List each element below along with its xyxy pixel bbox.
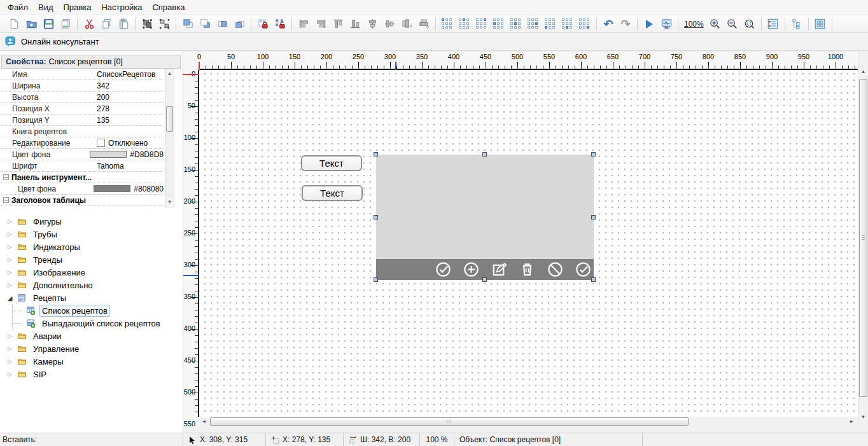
property-row[interactable]: ШрифтTahoma <box>1 160 164 172</box>
scroll-up-icon[interactable]: ▲ <box>858 67 868 76</box>
ungroup-button[interactable] <box>157 17 172 32</box>
property-value[interactable]: СписокРецептов <box>97 70 164 79</box>
property-row[interactable]: Высота200 <box>1 92 164 103</box>
redo-button[interactable]: ↷ <box>618 17 633 32</box>
color-swatch[interactable] <box>94 185 130 192</box>
send-to-back-button[interactable] <box>197 17 213 32</box>
expand-arrow-icon[interactable]: ▷ <box>6 371 13 377</box>
align-bottom-icon[interactable] <box>347 17 363 32</box>
menu-file[interactable]: Файл <box>3 1 33 14</box>
menu-help[interactable]: Справка <box>147 1 190 14</box>
property-value[interactable]: #808080 <box>94 185 164 193</box>
selection-handle-bottom-center[interactable] <box>482 277 487 282</box>
horizontal-scrollbar-thumb[interactable] <box>210 417 689 426</box>
property-row[interactable]: Ширина342 <box>1 80 164 92</box>
collapse-minus-icon[interactable] <box>3 197 9 203</box>
property-value[interactable]: 135 <box>97 116 164 125</box>
property-row[interactable]: РедактированиеОтключено <box>1 137 164 149</box>
property-value[interactable]: 342 <box>97 81 164 90</box>
tree-item-рецепты[interactable]: ◢Рецепты <box>1 291 181 304</box>
align-same-width-icon[interactable] <box>399 17 414 32</box>
tree-item-список-рецептов[interactable]: Список рецептов <box>1 304 181 317</box>
tree-item-дополнительно[interactable]: ▷Дополнительно <box>1 279 181 291</box>
property-row[interactable]: Позиция Y135 <box>1 115 164 126</box>
expand-arrow-icon[interactable]: ▷ <box>6 218 13 225</box>
lock-button[interactable] <box>255 17 270 32</box>
expand-arrow-icon[interactable]: ▷ <box>6 358 13 365</box>
tree-item-sip[interactable]: ▷SIP <box>1 368 181 380</box>
expand-arrow-icon[interactable]: ▷ <box>6 244 13 250</box>
zoom-fit-button[interactable] <box>742 17 757 32</box>
checkbox[interactable] <box>97 139 105 147</box>
property-row[interactable]: Цвет фона#D8D8D8 <box>1 149 164 160</box>
menu-settings[interactable]: Настройка <box>96 1 147 14</box>
select-check-circle-icon[interactable] <box>435 261 452 278</box>
selection-handle-bottom-right[interactable] <box>591 277 596 282</box>
delete-trash-icon[interactable] <box>519 261 536 278</box>
group-button[interactable] <box>139 17 155 32</box>
apply-check-circle-icon[interactable] <box>575 261 592 278</box>
selection-handle-top-center[interactable] <box>482 152 487 157</box>
align-left-icon[interactable] <box>296 17 311 32</box>
tree-item-выпадающий-список-рецептов[interactable]: Выпадающий список рецептов <box>1 317 181 330</box>
tree-item-аварии[interactable]: ▷Аварии <box>1 330 181 342</box>
align-center-vertical-icon[interactable] <box>365 17 380 32</box>
selection-handle-top-right[interactable] <box>591 152 596 157</box>
position-bottom-right-button[interactable] <box>577 17 592 32</box>
copy-button[interactable] <box>99 17 114 32</box>
edit-icon[interactable] <box>491 261 508 278</box>
align-top-icon[interactable] <box>330 17 346 32</box>
expand-arrow-icon[interactable]: ▷ <box>6 345 13 352</box>
paste-button[interactable] <box>116 17 131 32</box>
selection-handle-top-left[interactable] <box>374 152 378 157</box>
align-right-icon[interactable] <box>313 17 328 32</box>
expand-arrow-icon[interactable]: ▷ <box>6 231 13 237</box>
property-row[interactable]: Позиция X278 <box>1 103 164 115</box>
position-middle-left-button[interactable] <box>491 17 507 32</box>
selection-handle-bottom-left[interactable] <box>374 277 378 282</box>
selection-handle-middle-right[interactable] <box>591 215 596 220</box>
undo-button[interactable]: ↶ <box>601 17 616 32</box>
collapse-minus-icon[interactable] <box>3 174 9 180</box>
menu-edit[interactable]: Правка <box>59 1 97 14</box>
bring-to-front-button[interactable] <box>180 17 195 32</box>
vertical-scrollbar[interactable]: ▲ ▼ <box>858 52 868 426</box>
property-row[interactable]: Цвет фона#808080 <box>1 183 164 195</box>
scroll-up-icon[interactable]: ▲ <box>166 69 173 78</box>
screen-copies-button[interactable] <box>58 17 73 32</box>
selection-handle-middle-left[interactable] <box>374 215 378 220</box>
horizontal-scrollbar[interactable]: ◄ ► <box>199 417 858 426</box>
zoom-in-button[interactable] <box>708 17 723 32</box>
menu-view[interactable]: Вид <box>33 1 59 14</box>
expand-arrow-icon[interactable]: ▷ <box>6 333 13 339</box>
scroll-left-icon[interactable]: ◄ <box>199 417 209 426</box>
zoom-out-button[interactable] <box>725 17 740 32</box>
position-bottom-left-button[interactable] <box>543 17 558 32</box>
text-button-2[interactable]: Текст <box>302 185 363 201</box>
scroll-down-icon[interactable]: ▼ <box>166 198 173 207</box>
cut-button[interactable] <box>81 17 97 32</box>
property-value[interactable]: #D8D8D8 <box>90 150 164 159</box>
vertical-scrollbar-thumb[interactable] <box>859 79 867 397</box>
property-value[interactable]: Отключено <box>97 139 164 148</box>
design-canvas[interactable]: Текст Текст <box>199 70 858 417</box>
property-value[interactable]: Tahoma <box>97 162 164 171</box>
scroll-right-icon[interactable]: ► <box>847 417 857 426</box>
scroll-down-icon[interactable]: ▼ <box>858 412 868 422</box>
tree-item-камеры[interactable]: ▷Камеры <box>1 355 181 368</box>
save-button[interactable] <box>41 17 56 32</box>
color-swatch[interactable] <box>90 151 127 158</box>
position-top-left-button[interactable] <box>440 17 455 32</box>
property-value[interactable]: 200 <box>97 93 164 102</box>
expand-arrow-icon[interactable]: ▷ <box>6 256 13 263</box>
zoom-level-value[interactable]: 100% <box>682 20 706 29</box>
property-value[interactable]: 278 <box>97 104 164 113</box>
text-button-1[interactable]: Текст <box>301 155 362 171</box>
collapse-arrow-icon[interactable]: ◢ <box>6 295 13 302</box>
align-center-horizontal-icon[interactable] <box>382 17 397 32</box>
preview-monitor-button[interactable] <box>659 17 674 32</box>
send-backward-button[interactable] <box>232 17 247 32</box>
recipe-list-widget[interactable] <box>376 155 594 280</box>
position-top-center-button[interactable] <box>457 17 472 32</box>
new-screen-button[interactable] <box>6 17 22 32</box>
